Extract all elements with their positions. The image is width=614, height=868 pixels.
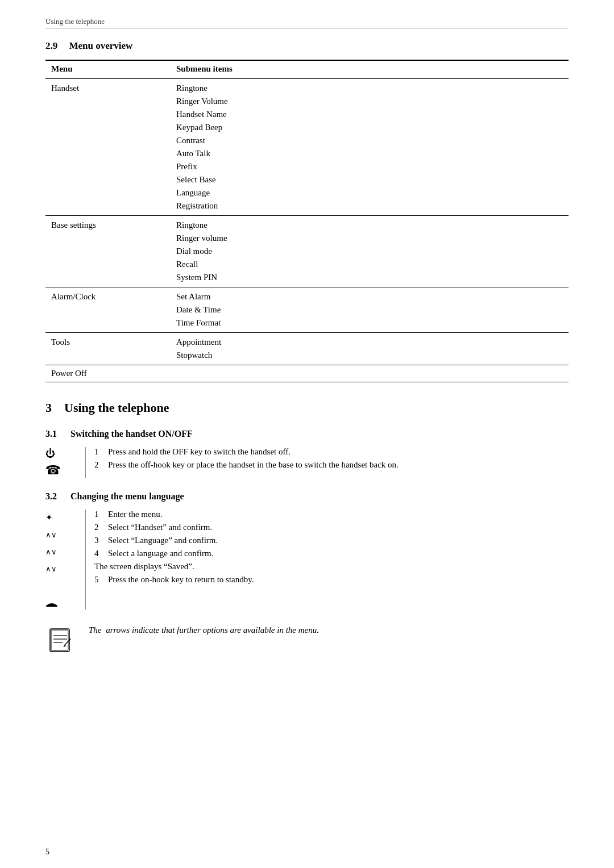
submenu-cell: System PIN bbox=[171, 271, 569, 287]
power-icon: ⏻ bbox=[45, 448, 55, 460]
section-3-heading: 3 Using the telephone bbox=[45, 400, 569, 415]
submenu-cell: Ringtone bbox=[171, 79, 569, 95]
table-row: Prefix bbox=[45, 160, 569, 173]
menu-enter-icon: ✦ bbox=[45, 511, 53, 524]
submenu-cell: Auto Talk bbox=[171, 147, 569, 160]
menu-cell bbox=[45, 186, 171, 199]
submenu-cell: Set Alarm bbox=[171, 287, 569, 304]
table-row: Ringer Volume bbox=[45, 95, 569, 108]
section-2-9: 2.9 Menu overview Menu Submenu items Han… bbox=[45, 40, 569, 382]
section-3-2-steps: 1 Enter the menu. 2 Select “Handset” and… bbox=[94, 510, 569, 610]
step-3-2-5: 5 Press the on-hook key to return to sta… bbox=[94, 575, 569, 585]
step-num: 5 bbox=[94, 575, 108, 585]
menu-cell bbox=[45, 199, 171, 216]
menu-cell bbox=[45, 147, 171, 160]
table-row: Power Off bbox=[45, 365, 569, 382]
step-text: Select “Language” and confirm. bbox=[108, 536, 569, 545]
submenu-cell: Select Base bbox=[171, 173, 569, 186]
menu-cell bbox=[45, 258, 171, 271]
section-3-2: 3.2 Changing the menu language ✦ ∧∨ ∧∨ ∧… bbox=[45, 491, 569, 662]
submenu-cell: Handset Name bbox=[171, 108, 569, 121]
submenu-cell: Ringer volume bbox=[171, 232, 569, 245]
menu-cell bbox=[45, 160, 171, 173]
step-text: Select a language and confirm. bbox=[108, 549, 569, 558]
step-num: 3 bbox=[94, 536, 108, 545]
table-row: Stopwatch bbox=[45, 349, 569, 365]
menu-cell bbox=[45, 121, 171, 134]
submenu-cell: Keypad Beep bbox=[171, 121, 569, 134]
table-row: Recall bbox=[45, 258, 569, 271]
table-row: Registration bbox=[45, 199, 569, 216]
header-bar: Using the telephone bbox=[45, 17, 569, 29]
menu-cell: Alarm/Clock bbox=[45, 287, 171, 304]
menu-cell: Handset bbox=[45, 79, 171, 95]
table-row: Ringer volume bbox=[45, 232, 569, 245]
step-3-2-4: 4 Select a language and confirm. bbox=[94, 549, 569, 558]
menu-cell: Tools bbox=[45, 333, 171, 349]
section-3-number: 3 bbox=[45, 400, 52, 415]
section-2-9-heading: 2.9 Menu overview bbox=[45, 40, 569, 52]
submenu-cell: Prefix bbox=[171, 160, 569, 173]
step-3-2-2: 2 Select “Handset” and confirm. bbox=[94, 523, 569, 532]
end-call-icon bbox=[45, 596, 58, 610]
step-num: 4 bbox=[94, 549, 108, 558]
page-number: 5 bbox=[45, 848, 49, 857]
menu-cell: Power Off bbox=[45, 365, 171, 382]
table-row: HandsetRingtone bbox=[45, 79, 569, 95]
menu-cell bbox=[45, 271, 171, 287]
step-num: 2 bbox=[94, 523, 108, 532]
section-3-1: 3.1 Switching the handset ON/OFF ⏻ ☎ 1 P… bbox=[45, 429, 569, 478]
step-3-2-1: 1 Enter the menu. bbox=[94, 510, 569, 519]
section-3-1-instructions: ⏻ ☎ 1 Press and hold the OFF key to swit… bbox=[45, 447, 569, 478]
section-3-1-steps: 1 Press and hold the OFF key to switch t… bbox=[94, 447, 569, 478]
offhook-icon: ☎ bbox=[45, 463, 61, 478]
menu-cell bbox=[45, 95, 171, 108]
section-3-title: Using the telephone bbox=[64, 400, 169, 415]
menu-cell bbox=[45, 349, 171, 365]
menu-cell bbox=[45, 108, 171, 121]
menu-cell: Base settings bbox=[45, 216, 171, 232]
table-row: ToolsAppointment bbox=[45, 333, 569, 349]
svg-rect-0 bbox=[46, 605, 57, 607]
step-text: Select “Handset” and confirm. bbox=[108, 523, 569, 532]
step-3-1-1: 1 Press and hold the OFF key to switch t… bbox=[94, 447, 569, 457]
menu-cell bbox=[45, 134, 171, 147]
submenu-cell: Contrast bbox=[171, 134, 569, 147]
step-text: Press the off-hook key or place the hand… bbox=[108, 460, 569, 470]
svg-rect-1 bbox=[50, 629, 69, 652]
submenu-cell: Registration bbox=[171, 199, 569, 216]
table-row: Date & Time bbox=[45, 303, 569, 316]
nav-icon-1: ∧∨ bbox=[45, 528, 57, 541]
section-2-9-title: Menu overview bbox=[69, 40, 133, 51]
step-num: 1 bbox=[94, 447, 108, 457]
table-row: Alarm/ClockSet Alarm bbox=[45, 287, 569, 304]
table-row: Language bbox=[45, 186, 569, 199]
submenu-cell: Appointment bbox=[171, 333, 569, 349]
submenu-cell: Stopwatch bbox=[171, 349, 569, 365]
submenu-cell: Ringer Volume bbox=[171, 95, 569, 108]
table-row: Keypad Beep bbox=[45, 121, 569, 134]
section-3-2-heading: 3.2 Changing the menu language bbox=[45, 491, 569, 502]
table-row: Dial mode bbox=[45, 245, 569, 258]
table-row: Select Base bbox=[45, 173, 569, 186]
section-3-2-number: 3.2 bbox=[45, 491, 57, 501]
note-icon bbox=[45, 625, 80, 657]
step-text: Press and hold the OFF key to switch the… bbox=[108, 447, 569, 457]
table-row: Base settingsRingtone bbox=[45, 216, 569, 232]
header-text: Using the telephone bbox=[45, 17, 105, 26]
svg-rect-2 bbox=[51, 630, 68, 650]
menu-cell bbox=[45, 303, 171, 316]
table-row: Contrast bbox=[45, 134, 569, 147]
note-italic: arrows indicate that further options are… bbox=[106, 625, 319, 635]
section-3-1-heading: 3.1 Switching the handset ON/OFF bbox=[45, 429, 569, 439]
step-text: Press the on-hook key to return to stand… bbox=[108, 575, 569, 585]
submenu-cell: Ringtone bbox=[171, 216, 569, 232]
col-menu-header: Menu bbox=[45, 60, 171, 79]
section-3-2-icons: ✦ ∧∨ ∧∨ ∧∨ bbox=[45, 510, 85, 610]
step-3-2-3: 3 Select “Language” and confirm. bbox=[94, 536, 569, 545]
submenu-cell: Language bbox=[171, 186, 569, 199]
step-3-1-2: 2 Press the off-hook key or place the ha… bbox=[94, 460, 569, 470]
section-3-1-number: 3.1 bbox=[45, 429, 57, 439]
table-row: Auto Talk bbox=[45, 147, 569, 160]
menu-cell bbox=[45, 232, 171, 245]
